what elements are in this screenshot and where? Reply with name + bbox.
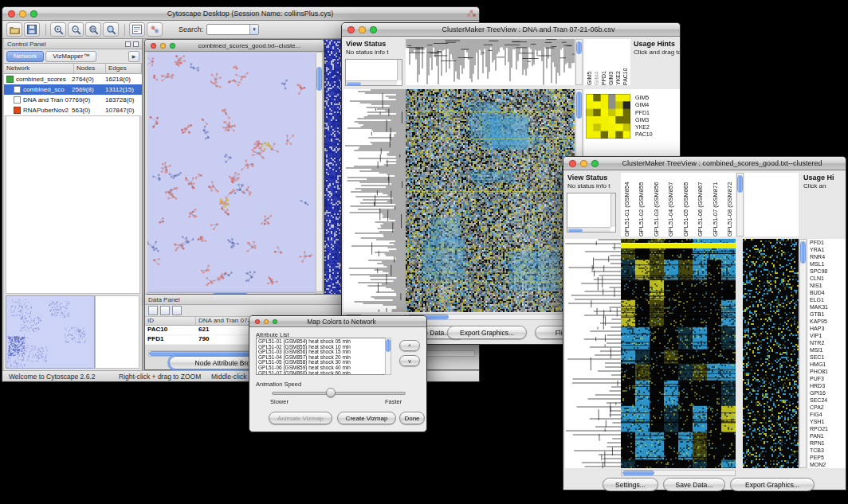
gene-label[interactable]: PHO81 xyxy=(810,368,846,375)
gene-label[interactable]: PUF3 xyxy=(810,375,846,382)
array-column-label[interactable]: GPL51-06 (GSM867 xyxy=(697,173,704,236)
speed-slider-track[interactable] xyxy=(272,392,406,395)
annotation-button[interactable] xyxy=(129,22,145,37)
gene-label[interactable]: MAK31 xyxy=(810,303,846,311)
network-view-titlebar[interactable]: combined_scores_good.txt--cluste... xyxy=(145,40,324,52)
expression-heatmap[interactable] xyxy=(406,89,575,312)
gene-column-label[interactable]: YKE2 xyxy=(615,39,621,85)
gene-label[interactable]: TCB3 xyxy=(810,447,846,454)
gene-label[interactable]: HRD3 xyxy=(810,382,846,389)
attribute-list-item[interactable]: GPL51-07 (GSM860) heat shock 60 min xyxy=(258,371,389,375)
scrollbar-thumb[interactable] xyxy=(386,339,391,352)
speed-slider-thumb[interactable] xyxy=(326,388,336,397)
gene-label[interactable]: MSI1 xyxy=(810,346,846,354)
network-row[interactable]: combined_scores 2764(0) 16218(0) xyxy=(4,74,142,84)
export-graphics-button[interactable]: Export Graphics... xyxy=(447,326,527,339)
correlation-matrix[interactable] xyxy=(586,94,630,139)
gene-row-label[interactable]: GIM5 xyxy=(635,94,678,101)
gene-label[interactable]: HAP3 xyxy=(810,325,846,332)
gene-row-label[interactable]: GIM4 xyxy=(635,101,678,108)
close-panel-button[interactable] xyxy=(133,41,139,47)
expression-heatmap[interactable] xyxy=(621,239,736,468)
gene-column-label[interactable]: PAC10 xyxy=(622,39,628,85)
row-dendrogram[interactable] xyxy=(344,89,406,312)
zoom-selected-button[interactable] xyxy=(103,22,119,37)
mini-hscrollbar[interactable] xyxy=(346,80,397,85)
select-attributes-icon[interactable] xyxy=(148,306,158,315)
more-tabs-button[interactable]: ▶ xyxy=(128,51,139,62)
minimize-button[interactable] xyxy=(264,319,269,324)
scrollbar-thumb[interactable] xyxy=(576,92,582,119)
move-up-button[interactable]: ^ xyxy=(399,340,420,351)
heatmap-vscrollbar[interactable] xyxy=(799,239,807,468)
settings-button[interactable]: Settings... xyxy=(603,478,658,491)
gene-label[interactable]: NTR2 xyxy=(810,339,846,346)
array-column-label[interactable]: GPL51-08 (GSM872 xyxy=(726,173,733,236)
network-row[interactable]: combined_sco 2569(8) 13112(15) xyxy=(4,84,142,95)
gene-label[interactable]: RPO21 xyxy=(810,425,846,432)
gene-column-label[interactable]: GIM3 xyxy=(608,39,614,85)
vizmapper-button[interactable] xyxy=(147,22,163,37)
gene-label[interactable]: HMG1 xyxy=(810,361,846,368)
attribute-list-item[interactable]: GPL51-02 (GSM855) heat shock 10 min xyxy=(258,345,389,350)
animate-vizmap-button[interactable]: Animate Vizmap xyxy=(269,412,332,424)
done-button[interactable]: Done xyxy=(399,412,425,424)
network-row[interactable]: DNA and Tran 07 769(0) 183728(0) xyxy=(4,95,142,105)
attribute-list-item[interactable]: GPL51-06 (GSM859) heat shock 40 min xyxy=(258,365,389,371)
save-data-button[interactable]: Save Data... xyxy=(663,478,725,491)
treeview-titlebar[interactable]: ClusterMaker TreeView : combined_scores_… xyxy=(563,157,846,170)
gene-label[interactable]: ELG1 xyxy=(810,296,846,303)
minimize-button[interactable] xyxy=(580,160,587,167)
zoom-in-button[interactable] xyxy=(50,22,66,37)
main-titlebar[interactable]: Cytoscape Desktop (Session Name: collins… xyxy=(2,7,479,21)
dialog-titlebar[interactable]: Map Colors to Network xyxy=(249,316,426,327)
scrollbar-thumb[interactable] xyxy=(622,471,654,475)
close-button[interactable] xyxy=(569,160,576,167)
gene-label[interactable]: YSH1 xyxy=(810,418,846,425)
scrollbar-thumb[interactable] xyxy=(568,229,583,232)
zoom-button[interactable] xyxy=(591,160,599,167)
row-dendrogram[interactable] xyxy=(565,239,621,468)
save-session-button[interactable] xyxy=(24,22,40,37)
move-down-button[interactable]: v xyxy=(399,355,420,366)
gene-row-label[interactable]: YKE2 xyxy=(635,123,678,131)
open-session-button[interactable] xyxy=(6,22,22,37)
gene-label[interactable]: GTB1 xyxy=(810,311,846,318)
array-column-label[interactable]: GPL51-04 (GSM857 xyxy=(667,173,674,236)
close-button[interactable] xyxy=(347,26,355,33)
close-button[interactable] xyxy=(255,319,260,324)
labels-vscrollbar[interactable] xyxy=(736,173,744,236)
zoom-out-button[interactable] xyxy=(68,22,84,37)
gene-column-label[interactable]: GIM4 xyxy=(594,39,599,85)
gene-label[interactable]: CPA2 xyxy=(810,404,846,411)
vertical-scrollbar[interactable] xyxy=(316,52,323,292)
export-graphics-button[interactable]: Export Graphics... xyxy=(730,478,815,491)
minimize-button[interactable] xyxy=(19,10,26,18)
gene-row-label[interactable]: GIM3 xyxy=(635,116,678,123)
mini-vscrollbar[interactable] xyxy=(397,60,402,80)
gene-label[interactable]: RNR4 xyxy=(810,253,846,260)
gene-label[interactable]: SPC98 xyxy=(810,268,846,275)
heatmap-hscrollbar[interactable] xyxy=(621,470,736,476)
attribute-matrix-icon[interactable] xyxy=(172,306,182,315)
array-column-label[interactable]: GPL51-05 (GSM865 xyxy=(682,173,689,236)
gene-label[interactable]: PAN1 xyxy=(810,432,846,440)
heatmap-hscrollbar[interactable] xyxy=(406,314,575,320)
attribute-list-item[interactable]: GPL51-05 (GSM858) heat shock 30 min xyxy=(258,360,389,365)
attribute-list-item[interactable]: GPL51-03 (GSM856) heat shock 15 min xyxy=(258,350,389,355)
list-vscrollbar[interactable] xyxy=(385,338,391,375)
scrollbar-thumb[interactable] xyxy=(576,41,582,54)
gene-row-label[interactable]: PFD1 xyxy=(635,109,678,116)
attribute-list-item[interactable]: GPL51-01 (GSM854) heat shock 05 min xyxy=(258,339,389,345)
gene-row-label[interactable]: PAC10 xyxy=(635,131,678,138)
birdseye-overview[interactable] xyxy=(6,295,95,369)
scrollbar-thumb[interactable] xyxy=(800,241,806,264)
gene-column-label[interactable]: GIM5 xyxy=(587,39,592,85)
tab-network[interactable]: Network xyxy=(6,51,44,62)
array-column-label[interactable]: GPL51-01 (GSM854 xyxy=(623,173,630,236)
global-heatmap-preview[interactable] xyxy=(743,239,799,468)
gene-label[interactable]: VIP1 xyxy=(810,332,846,339)
minimize-button[interactable] xyxy=(160,43,166,49)
gene-label[interactable]: FIG4 xyxy=(810,411,846,418)
scrollbar-thumb[interactable] xyxy=(737,175,743,193)
